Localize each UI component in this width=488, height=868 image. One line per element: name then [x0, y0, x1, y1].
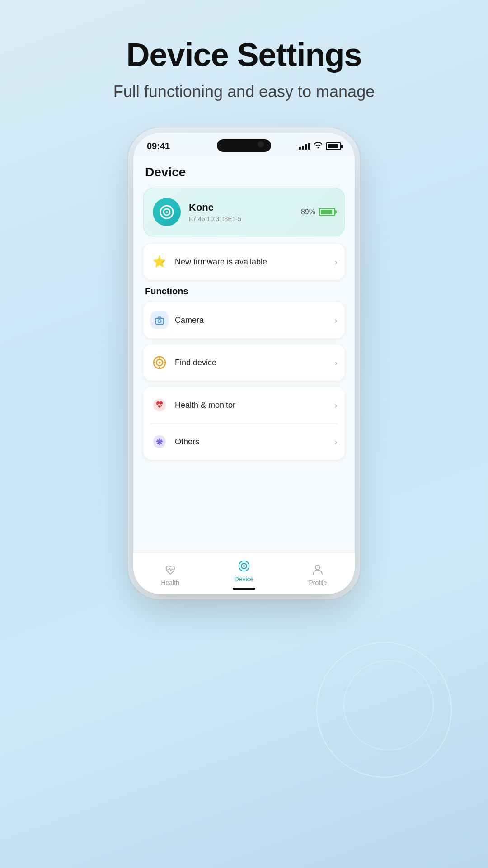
firmware-card[interactable]: ⭐ New firmware is available ›	[143, 244, 345, 280]
camera-item[interactable]: Camera ›	[150, 302, 338, 338]
bottom-nav: Health Device Profile	[133, 552, 355, 594]
others-label: Others	[175, 437, 334, 447]
device-battery: 89%	[301, 208, 335, 216]
phone-content: Device Kone F7:45:10:31:8E:F5 89%	[133, 156, 355, 552]
health-nav-label: Health	[161, 579, 179, 586]
camera-card[interactable]: Camera ›	[143, 302, 345, 338]
page-title: Device Settings	[126, 36, 361, 73]
svg-point-15	[158, 440, 161, 443]
device-card[interactable]: Kone F7:45:10:31:8E:F5 89%	[143, 188, 345, 236]
health-monitor-label: Health & monitor	[175, 401, 334, 410]
battery-icon	[326, 142, 341, 150]
firmware-item[interactable]: ⭐ New firmware is available ›	[150, 244, 338, 280]
functions-section-title: Functions	[145, 286, 343, 297]
screen-title: Device	[143, 165, 345, 179]
battery-percentage: 89%	[301, 208, 315, 216]
profile-nav-icon	[310, 562, 325, 577]
svg-point-8	[159, 362, 161, 364]
camera-label: Camera	[175, 316, 334, 325]
svg-point-19	[315, 565, 320, 570]
health-nav-icon	[163, 562, 178, 577]
others-item[interactable]: Others ›	[150, 424, 338, 460]
camera-dot	[258, 141, 264, 147]
find-device-label: Find device	[175, 358, 334, 368]
others-icon	[150, 433, 169, 451]
page-subtitle: Full functioning and easy to manage	[113, 82, 375, 101]
find-device-card[interactable]: Find device ›	[143, 344, 345, 381]
device-id: F7:45:10:31:8E:F5	[189, 215, 301, 222]
profile-nav-label: Profile	[309, 579, 327, 586]
svg-point-18	[243, 565, 245, 567]
nav-active-indicator	[233, 588, 255, 590]
health-monitor-chevron-icon: ›	[334, 400, 338, 410]
health-monitor-icon	[150, 396, 169, 414]
device-name: Kone	[189, 202, 301, 213]
status-bar: 09:41	[133, 133, 355, 156]
health-others-card[interactable]: Health & monitor › Others ›	[143, 387, 345, 460]
nav-item-profile[interactable]: Profile	[281, 562, 355, 586]
device-info: Kone F7:45:10:31:8E:F5	[189, 202, 301, 222]
camera-chevron-icon: ›	[334, 315, 338, 326]
camera-icon	[150, 311, 169, 329]
find-device-icon	[150, 354, 169, 372]
signal-bars-icon	[299, 143, 310, 150]
find-device-chevron-icon: ›	[334, 358, 338, 368]
status-icons	[299, 142, 341, 151]
battery-green-icon	[319, 208, 335, 216]
firmware-label: New firmware is available	[175, 257, 334, 267]
find-device-item[interactable]: Find device ›	[150, 344, 338, 381]
nav-item-health[interactable]: Health	[133, 562, 207, 586]
wifi-icon	[313, 142, 323, 151]
status-time: 09:41	[147, 141, 170, 151]
phone-mockup: 09:41 Device	[133, 133, 355, 594]
device-nav-label: Device	[235, 576, 254, 583]
others-chevron-icon: ›	[334, 437, 338, 447]
nav-item-device[interactable]: Device	[207, 559, 281, 590]
firmware-icon: ⭐	[150, 253, 169, 271]
firmware-chevron-icon: ›	[334, 257, 338, 267]
health-monitor-item[interactable]: Health & monitor ›	[150, 387, 338, 424]
svg-point-2	[166, 211, 168, 213]
device-nav-icon	[237, 559, 251, 573]
device-icon	[153, 198, 181, 226]
